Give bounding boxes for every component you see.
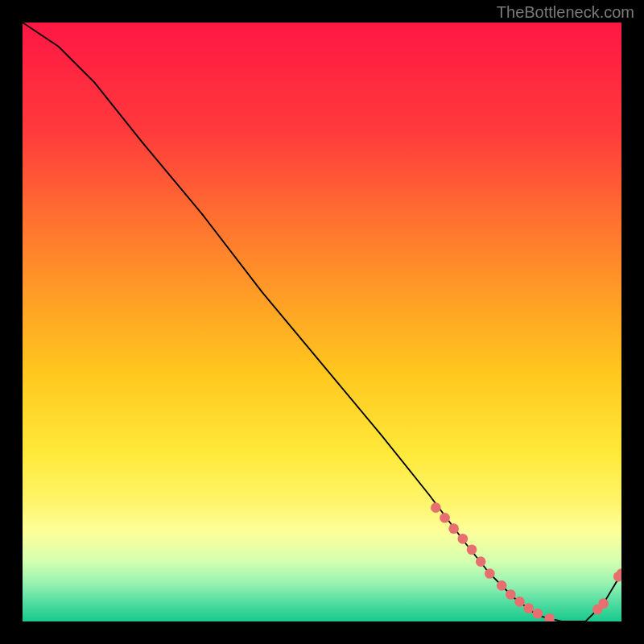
chart-svg xyxy=(23,23,621,621)
data-point xyxy=(533,609,543,619)
data-point xyxy=(440,513,450,523)
plot-area xyxy=(23,23,621,621)
data-point xyxy=(458,534,469,544)
data-point xyxy=(544,613,555,621)
data-point xyxy=(431,502,441,513)
data-point xyxy=(485,568,495,579)
watermark-text: TheBottleneck.com xyxy=(497,3,634,22)
data-point xyxy=(598,598,609,609)
data-point xyxy=(448,523,459,534)
data-point xyxy=(497,580,507,591)
data-point xyxy=(523,603,534,613)
data-point xyxy=(506,589,516,600)
data-point xyxy=(467,544,477,555)
data-markers xyxy=(431,502,621,621)
data-point xyxy=(476,556,486,567)
data-point xyxy=(514,597,525,607)
bottleneck-curve xyxy=(23,23,621,621)
